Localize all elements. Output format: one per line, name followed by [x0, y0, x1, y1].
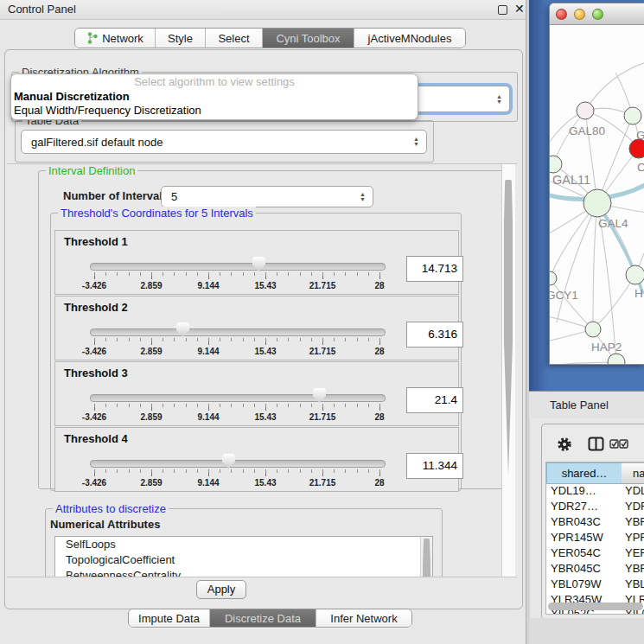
tick-label: 9.144	[197, 478, 219, 488]
threshold-1-slider-track[interactable]	[90, 263, 386, 271]
node-label: GAL11	[552, 173, 590, 187]
node-gal4[interactable]	[583, 189, 611, 217]
tab-style-label: Style	[168, 32, 193, 45]
tick-label: -3.426	[82, 412, 106, 422]
settings-scrollbar[interactable]	[501, 164, 515, 577]
combo-arrows-icon: ▲▼	[496, 94, 502, 105]
table-row[interactable]: YBR045CYBR045C	[546, 561, 644, 577]
tick-label: 15.43	[254, 347, 276, 356]
table-row[interactable]: YER054CYER054C	[546, 545, 644, 561]
column-header-shared-name[interactable]: shared…	[546, 462, 622, 484]
tab-network[interactable]: Network	[75, 29, 156, 48]
threshold-4-value-field[interactable]: 11.344	[406, 453, 463, 479]
column-selector-icon[interactable]	[588, 437, 604, 451]
tab-jactivemnodules[interactable]: jActiveMNodules	[354, 29, 465, 48]
network-view-window[interactable]: GAL80 GA C GAL11 GAL4 GCY1 H HAP2	[549, 3, 644, 365]
node-gal80[interactable]	[577, 102, 594, 119]
threshold-2-slider-track[interactable]	[90, 328, 386, 336]
tick-label: 21.715	[309, 347, 336, 356]
table-panel-body: shared… name YDL19…YDL19 YDR27…YDR27 YBR…	[541, 424, 644, 620]
tab-infer-network[interactable]: Infer Network	[316, 609, 411, 627]
tab-select-label: Select	[218, 32, 249, 45]
close-icon[interactable]: ✕	[514, 2, 525, 16]
node-attribute-table[interactable]: shared… name YDL19…YDL19 YDR27…YDR27 YBR…	[545, 462, 644, 615]
tab-discretize-data-label: Discretize Data	[225, 612, 301, 625]
slider-minor-ticks	[94, 338, 380, 341]
threshold-3-slider-track[interactable]	[90, 394, 386, 402]
node-label: GCY1	[550, 289, 578, 302]
threshold-2-title: Threshold 2	[64, 301, 128, 314]
checked-columns-icon[interactable]	[609, 439, 628, 450]
tab-discretize-data[interactable]: Discretize Data	[210, 609, 316, 627]
table-row[interactable]: YBR043CYBR043C	[546, 514, 644, 530]
tick-label: 21.715	[309, 281, 336, 290]
numerical-attributes-label: Numerical Attributes	[50, 518, 160, 531]
table-panel-title: Table Panel	[550, 399, 609, 411]
network-window-titlebar[interactable]	[550, 3, 644, 25]
tick-label: 2.859	[140, 412, 162, 422]
tab-jactivemnodules-label: jActiveMNodules	[368, 32, 452, 45]
number-of-intervals-spinner[interactable]: 5 ▲▼	[161, 186, 373, 207]
node-gal11[interactable]	[550, 156, 562, 173]
tick-label: 15.43	[254, 478, 276, 488]
table-horizontal-scrollbar[interactable]	[548, 603, 643, 610]
algorithm-option-equal-width[interactable]: Equal Width/Frequency Discretization	[11, 104, 418, 118]
tick-label: 28	[374, 412, 384, 422]
column-header-name[interactable]: name	[622, 462, 644, 484]
mac-minimize-button[interactable]	[574, 9, 585, 20]
algorithm-option-manual[interactable]: Manual Discretization	[11, 90, 418, 104]
tab-infer-network-label: Infer Network	[330, 612, 397, 625]
screenshot-root: Control Panel ✕ Network Style Select Cyn…	[0, 0, 644, 644]
node-label: GA	[636, 129, 644, 142]
gear-icon[interactable]	[557, 437, 572, 452]
tab-network-label: Network	[102, 32, 143, 45]
threshold-2-value-field[interactable]: 6.316	[406, 322, 463, 348]
network-graph-canvas[interactable]: GAL80 GA C GAL11 GAL4 GCY1 H HAP2	[550, 24, 644, 364]
control-panel-title: Control Panel	[8, 3, 76, 16]
tick-label: 15.43	[254, 281, 276, 290]
cyni-bottom-tabs: Impute Data Discretize Data Infer Networ…	[128, 609, 412, 628]
tick-label: 9.144	[197, 347, 219, 356]
tick-label: -3.426	[82, 478, 106, 488]
node-gcy1[interactable]	[550, 271, 557, 285]
node-red-selected[interactable]	[629, 139, 644, 158]
threshold-4-slider-track[interactable]	[90, 460, 386, 468]
tick-label: 21.715	[309, 412, 336, 422]
threshold-4-panel: Threshold 4 -3.426 2.859 9.144 15.43 21.…	[54, 427, 459, 492]
float-window-icon[interactable]	[498, 5, 507, 15]
tab-impute-data[interactable]: Impute Data	[129, 609, 210, 627]
tick-label: 28	[374, 347, 384, 356]
apply-button[interactable]: Apply	[196, 580, 246, 599]
threshold-3-value-field[interactable]: 21.4	[406, 387, 463, 413]
threshold-4-title: Threshold 4	[64, 432, 128, 445]
node-h[interactable]	[626, 265, 644, 284]
table-row[interactable]: YBL079WYBL079W	[546, 577, 644, 592]
tick-label: 15.43	[254, 412, 276, 422]
tab-style[interactable]: Style	[156, 29, 206, 48]
node-green-top-right[interactable]	[624, 107, 641, 124]
node-hap2[interactable]	[585, 322, 601, 337]
list-item[interactable]: BetweennessCentrality	[55, 568, 432, 577]
node-bottom-partial[interactable]	[608, 354, 625, 364]
number-of-intervals-label: Number of Intervals	[63, 189, 169, 202]
interval-definition-group-title: Interval Definition	[46, 164, 137, 177]
table-row[interactable]: YDR27…YDR27	[546, 499, 644, 514]
threshold-1-value-field[interactable]: 14.713	[406, 256, 463, 282]
algorithm-placeholder-item: Select algorithm to view settings	[11, 74, 418, 90]
table-row[interactable]: YPR145WYPR145W	[546, 530, 644, 545]
list-scrollbar[interactable]	[420, 537, 432, 577]
node-label: GAL80	[569, 124, 605, 137]
numerical-attributes-list[interactable]: SelfLoops TopologicalCoefficient Between…	[54, 536, 433, 577]
table-data-selected-value: galFiltered.sif default node	[22, 136, 163, 149]
mac-zoom-button[interactable]	[592, 9, 603, 20]
tab-cyni-toolbox-label: Cyni Toolbox	[276, 32, 340, 45]
tab-cyni-toolbox[interactable]: Cyni Toolbox	[263, 29, 354, 48]
table-data-combobox[interactable]: galFiltered.sif default node ▲▼	[21, 130, 427, 154]
slider-minor-ticks	[94, 404, 380, 407]
list-item[interactable]: SelfLoops	[55, 537, 432, 552]
list-item[interactable]: TopologicalCoefficient	[55, 552, 432, 568]
table-row[interactable]: YDL19…YDL19	[546, 483, 644, 499]
mac-close-button[interactable]	[556, 9, 567, 20]
tick-label: 28	[374, 478, 384, 488]
tab-select[interactable]: Select	[206, 29, 263, 48]
